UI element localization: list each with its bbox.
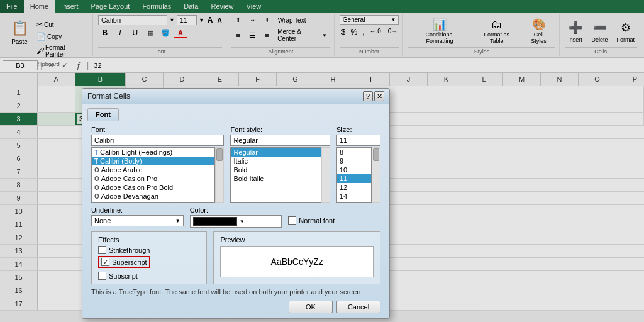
size-item-8[interactable]: 8 — [337, 148, 371, 157]
color-dropdown[interactable]: ▼ — [190, 215, 282, 228]
effects-label: Effects — [98, 236, 200, 243]
effects-section: Effects Strikethrough ✓ Superscript Subs… — [91, 231, 207, 284]
font-style-label: Font style: — [230, 126, 330, 133]
font-style-scrollbar[interactable] — [321, 147, 330, 203]
underline-dropdown[interactable]: None ▼ — [91, 215, 184, 226]
dialog-tab-bar: Font — [82, 104, 389, 121]
subscript-checkbox[interactable] — [98, 272, 106, 280]
font-column-label: Font: — [91, 126, 224, 133]
font-icon-3: O — [94, 167, 99, 174]
size-item-10[interactable]: 10 — [337, 165, 371, 174]
size-item-12[interactable]: 12 — [337, 183, 371, 192]
truetype-note: This is a TrueType font. The same font w… — [91, 288, 380, 296]
underline-label: Underline: — [91, 206, 184, 214]
dialog-titlebar: Format Cells ? ✕ — [82, 89, 389, 104]
font-list-item-calibri-body[interactable]: T Calibri (Body) — [92, 157, 214, 165]
strikethrough-label: Strikethrough — [109, 247, 150, 254]
dialog-help-button[interactable]: ? — [363, 91, 373, 101]
font-icon-6: O — [94, 193, 99, 200]
format-cells-dialog: Format Cells ? ✕ Font Font: T — [82, 88, 390, 311]
superscript-label: Superscript — [112, 258, 147, 266]
font-list-item-adobe-caslon-bold[interactable]: O Adobe Caslon Pro Bold — [92, 183, 214, 192]
dialog-size-input[interactable] — [336, 135, 380, 146]
font-list-item-adobe-arabic[interactable]: O Adobe Arabic — [92, 165, 214, 174]
font-list-item-adobe-caslon[interactable]: O Adobe Caslon Pro — [92, 174, 214, 183]
dialog-controls: ? ✕ — [363, 91, 384, 101]
color-swatch — [193, 217, 237, 226]
superscript-checkbox[interactable]: ✓ — [101, 258, 109, 266]
superscript-item: ✓ Superscript — [98, 256, 150, 268]
strikethrough-item: Strikethrough — [98, 246, 200, 254]
font-icon-4: O — [94, 175, 99, 182]
underline-dropdown-arrow: ▼ — [175, 218, 180, 224]
ok-button[interactable]: OK — [289, 301, 333, 311]
font-style-list[interactable]: Regular Italic Bold Bold Italic — [230, 147, 321, 203]
subscript-label: Subscript — [109, 272, 138, 280]
font-list-item-calibri-light[interactable]: T Calibri Light (Headings) — [92, 148, 214, 157]
font-list-item-adobe-devanagari[interactable]: O Adobe Devanagari — [92, 192, 214, 201]
dialog-font-input[interactable] — [91, 135, 224, 146]
preview-section: Preview AaBbCcYyZz — [213, 231, 380, 284]
normal-font-label: Normal font — [299, 217, 335, 225]
color-label: Color: — [190, 206, 282, 214]
dialog-footer: OK Cancel — [91, 301, 380, 311]
size-item-14[interactable]: 14 — [337, 192, 371, 201]
color-dropdown-arrow: ▼ — [240, 219, 245, 225]
font-icon-5: O — [94, 184, 99, 191]
truetype-icon: T — [94, 149, 98, 156]
size-list-scrollbar[interactable] — [372, 147, 380, 203]
font-style-item-italic[interactable]: Italic — [231, 157, 321, 165]
size-item-11[interactable]: 11 — [337, 174, 371, 183]
normal-font-checkbox[interactable] — [288, 216, 296, 225]
size-label: Size: — [336, 126, 380, 133]
subscript-item: Subscript — [98, 272, 200, 280]
cancel-button[interactable]: Cancel — [336, 301, 380, 311]
dialog-font-style-input[interactable] — [230, 135, 330, 146]
font-list[interactable]: T Calibri Light (Headings) T Calibri (Bo… — [91, 147, 215, 203]
strikethrough-checkbox[interactable] — [98, 246, 106, 254]
font-style-item-bold[interactable]: Bold — [231, 165, 321, 174]
dialog-title: Format Cells — [87, 92, 130, 101]
truetype-icon-2: T — [94, 158, 98, 165]
font-list-scrollbar[interactable] — [215, 147, 224, 203]
dialog-tab-font[interactable]: Font — [87, 108, 119, 121]
dialog-close-button[interactable]: ✕ — [374, 91, 384, 101]
font-section: Font: T Calibri Light (Headings) T Calib… — [91, 126, 224, 203]
preview-area: AaBbCcYyZz — [220, 246, 374, 277]
font-style-section: Font style: Regular Italic Bold Bold Ita… — [230, 126, 330, 203]
size-item-9[interactable]: 9 — [337, 157, 371, 165]
color-section: Color: ▼ — [190, 206, 282, 228]
preview-label: Preview — [220, 236, 374, 243]
size-section: Size: 8 9 10 11 12 14 — [336, 126, 380, 203]
underline-section: Underline: None ▼ — [91, 206, 184, 226]
size-list[interactable]: 8 9 10 11 12 14 — [336, 147, 372, 203]
normal-font-section: Normal font — [288, 206, 380, 225]
dialog-content-area: Font: T Calibri Light (Headings) T Calib… — [82, 121, 389, 311]
font-style-item-regular[interactable]: Regular — [231, 148, 321, 157]
font-style-item-bold-italic[interactable]: Bold Italic — [231, 174, 321, 183]
